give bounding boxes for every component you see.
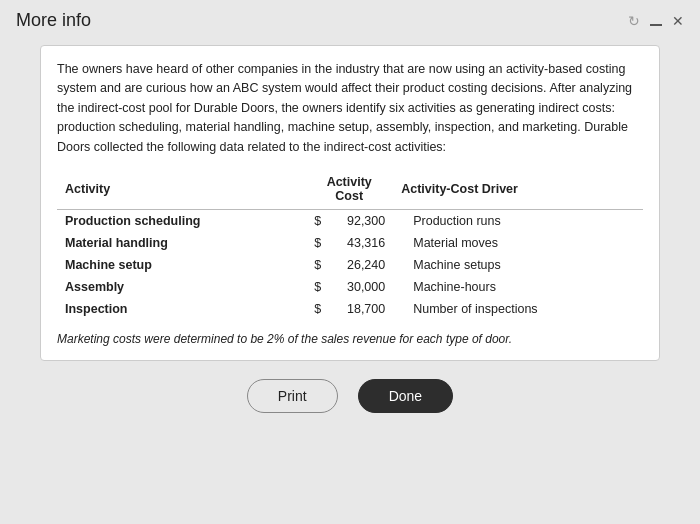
activity-name: Material handling	[57, 232, 305, 254]
activity-name: Machine setup	[57, 254, 305, 276]
activity-name: Inspection	[57, 298, 305, 320]
print-button[interactable]: Print	[247, 379, 338, 413]
footer-note: Marketing costs were determined to be 2%…	[57, 332, 643, 346]
window-controls: ↻ ✕	[628, 13, 684, 29]
activity-name: Production scheduling	[57, 209, 305, 232]
cost-driver: Number of inspections	[393, 298, 643, 320]
close-icon[interactable]: ✕	[672, 14, 684, 28]
activity-cost: 26,240	[323, 254, 393, 276]
dollar-sign: $	[305, 276, 323, 298]
intro-paragraph: The owners have heard of other companies…	[57, 60, 643, 157]
table-row: Assembly $ 30,000 Machine-hours	[57, 276, 643, 298]
table-row: Machine setup $ 26,240 Machine setups	[57, 254, 643, 276]
table-row: Inspection $ 18,700 Number of inspection…	[57, 298, 643, 320]
cost-driver: Machine-hours	[393, 276, 643, 298]
dollar-sign: $	[305, 209, 323, 232]
cost-driver: Production runs	[393, 209, 643, 232]
refresh-icon[interactable]: ↻	[628, 13, 640, 29]
activity-table: Activity Activity Cost Activity-Cost Dri…	[57, 171, 643, 320]
done-button[interactable]: Done	[358, 379, 453, 413]
table-row: Production scheduling $ 92,300 Productio…	[57, 209, 643, 232]
cost-driver: Material moves	[393, 232, 643, 254]
activity-cost: 18,700	[323, 298, 393, 320]
content-area: The owners have heard of other companies…	[0, 37, 700, 524]
dollar-sign: $	[305, 254, 323, 276]
dialog-title: More info	[16, 10, 91, 31]
table-row: Material handling $ 43,316 Material move…	[57, 232, 643, 254]
activity-name: Assembly	[57, 276, 305, 298]
activity-cost: 43,316	[323, 232, 393, 254]
col-header-cost: Activity Cost	[305, 171, 393, 210]
dollar-sign: $	[305, 232, 323, 254]
title-bar: More info ↻ ✕	[0, 0, 700, 37]
minimize-icon[interactable]	[650, 14, 662, 28]
col-header-activity: Activity	[57, 171, 305, 210]
info-box: The owners have heard of other companies…	[40, 45, 660, 361]
activity-cost: 92,300	[323, 209, 393, 232]
activity-cost: 30,000	[323, 276, 393, 298]
col-header-driver: Activity-Cost Driver	[393, 171, 643, 210]
cost-driver: Machine setups	[393, 254, 643, 276]
dollar-sign: $	[305, 298, 323, 320]
button-row: Print Done	[247, 379, 453, 413]
